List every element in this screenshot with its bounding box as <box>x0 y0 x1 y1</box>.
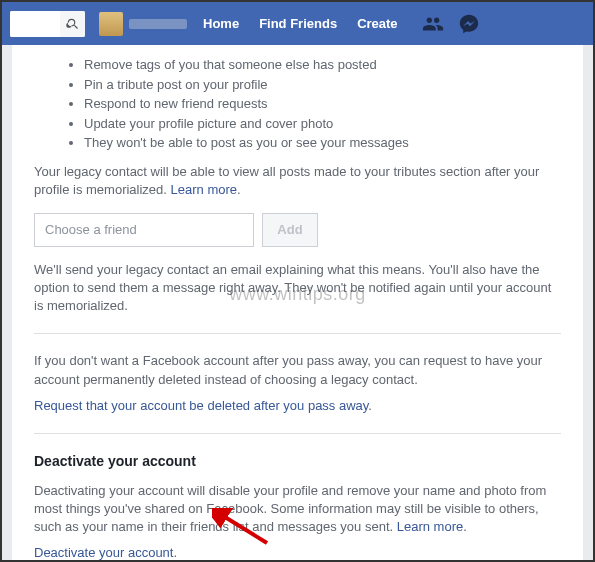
delete-note: If you don't want a Facebook account aft… <box>34 352 561 388</box>
legacy-contact-row: Add <box>34 213 561 247</box>
profile-name-redacted <box>129 19 187 29</box>
deactivate-body: Deactivating your account will disable y… <box>34 482 561 537</box>
nav-home[interactable]: Home <box>193 2 249 45</box>
top-navbar: Home Find Friends Create <box>2 2 593 45</box>
list-item: Respond to new friend requests <box>84 94 561 114</box>
learn-more-link[interactable]: Learn more <box>171 182 237 197</box>
search-wrap <box>10 11 85 37</box>
list-item: They won't be able to post as you or see… <box>84 133 561 153</box>
search-input[interactable] <box>10 11 60 37</box>
learn-more-link[interactable]: Learn more <box>397 519 463 534</box>
legacy-bullet-list: Remove tags of you that someone else has… <box>84 55 561 153</box>
choose-friend-input[interactable] <box>34 213 254 247</box>
nav-find-friends[interactable]: Find Friends <box>249 2 347 45</box>
tribute-note: Your legacy contact will be able to view… <box>34 163 561 199</box>
email-note: We'll send your legacy contact an email … <box>34 261 561 316</box>
profile-block[interactable] <box>99 12 187 36</box>
search-icon <box>66 17 80 31</box>
list-item: Remove tags of you that someone else has… <box>84 55 561 75</box>
request-delete-link[interactable]: Request that your account be deleted aft… <box>34 398 368 413</box>
divider <box>34 333 561 334</box>
search-button[interactable] <box>60 11 85 37</box>
avatar <box>99 12 123 36</box>
add-button[interactable]: Add <box>262 213 318 247</box>
nav-icons <box>422 13 480 35</box>
deactivate-title: Deactivate your account <box>34 452 561 472</box>
nav-links: Home Find Friends Create <box>193 2 408 45</box>
messenger-icon[interactable] <box>458 13 480 35</box>
divider <box>34 433 561 434</box>
list-item: Update your profile picture and cover ph… <box>84 114 561 134</box>
list-item: Pin a tribute post on your profile <box>84 75 561 95</box>
deactivate-link[interactable]: Deactivate your account <box>34 545 173 560</box>
friend-requests-icon[interactable] <box>422 13 444 35</box>
nav-create[interactable]: Create <box>347 2 407 45</box>
settings-content: Remove tags of you that someone else has… <box>12 45 583 562</box>
